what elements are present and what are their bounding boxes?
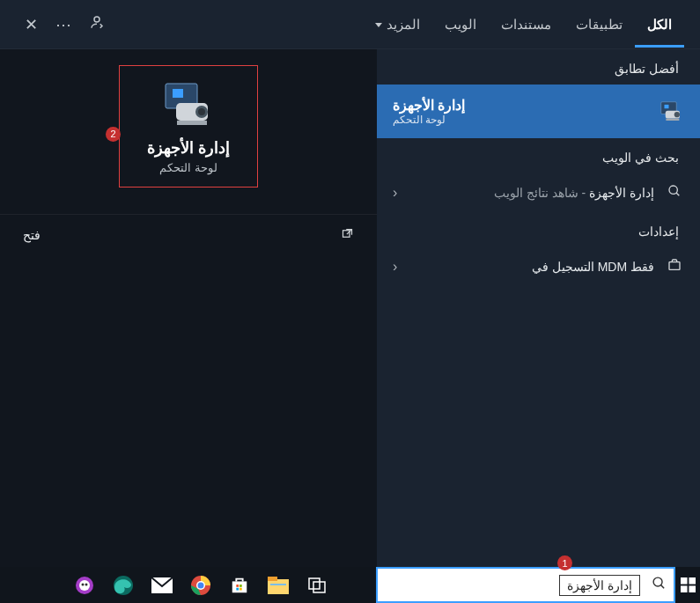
device-manager-large-icon [162, 82, 215, 126]
svg-point-6 [669, 186, 677, 194]
best-match-title: إدارة الأجهزة [393, 97, 465, 114]
open-link-icon [341, 227, 354, 243]
best-match-label: أفضل تطابق [377, 49, 700, 85]
svg-rect-36 [689, 577, 696, 585]
close-icon[interactable]: ✕ [16, 10, 47, 40]
svg-rect-14 [177, 121, 207, 125]
web-search-result[interactable]: إدارة الأجهزة - شاهد نتائج الويب ‹ [377, 173, 700, 212]
settings-result[interactable]: فقط MDM التسجيل في ‹ [377, 247, 700, 286]
taskbar-search[interactable]: إدارة الأجهزة [376, 567, 675, 603]
svg-rect-28 [236, 587, 239, 590]
svg-rect-5 [666, 118, 679, 121]
edge-icon[interactable] [104, 567, 143, 603]
svg-rect-37 [681, 585, 688, 592]
chevron-left-icon: ‹ [393, 259, 397, 275]
svg-rect-27 [239, 585, 242, 587]
briefcase-icon [665, 258, 684, 276]
settings-result-text: فقط MDM التسجيل في [408, 260, 654, 274]
store-icon[interactable] [220, 567, 259, 603]
more-icon[interactable]: ⋯ [47, 10, 80, 40]
svg-point-0 [94, 17, 99, 22]
search-tabs: الكل تطبيقات مستندات الويب المزيد ⋯ ✕ [0, 0, 700, 49]
tab-docs[interactable]: مستندات [489, 3, 564, 47]
svg-point-19 [85, 583, 88, 585]
chrome-icon[interactable] [181, 567, 220, 603]
results-sidebar: أفضل تطابق إدارة الأجهزة لوحة التحكم بحث… [377, 49, 700, 567]
svg-point-18 [82, 583, 85, 585]
svg-rect-10 [173, 89, 183, 98]
chevron-left-icon: ‹ [393, 185, 397, 201]
tab-web[interactable]: الويب [432, 3, 489, 47]
mail-icon[interactable] [143, 567, 181, 603]
web-search-label: بحث في الويب [377, 138, 700, 173]
web-result-text: إدارة الأجهزة - شاهد نتائج الويب [408, 186, 654, 200]
svg-rect-26 [236, 585, 239, 587]
explorer-icon[interactable] [259, 567, 298, 603]
svg-line-7 [676, 193, 679, 195]
cortana-icon[interactable] [65, 567, 104, 603]
preview-pane: إدارة الأجهزة لوحة التحكم 2 فتح [0, 49, 377, 567]
open-label: فتح [23, 228, 332, 242]
svg-rect-25 [232, 581, 247, 592]
svg-rect-38 [689, 585, 696, 592]
task-view-icon[interactable] [298, 567, 336, 603]
tab-all[interactable]: الكل [635, 3, 684, 47]
svg-rect-30 [268, 579, 289, 594]
annotation-badge-1: 1 [557, 555, 572, 570]
best-match-subtitle: لوحة التحكم [393, 114, 446, 126]
search-icon [644, 576, 674, 595]
svg-rect-2 [665, 104, 669, 107]
feedback-icon[interactable] [80, 9, 114, 40]
start-button[interactable] [675, 567, 700, 603]
settings-label: إعدادات [377, 212, 700, 247]
search-input[interactable]: إدارة الأجهزة [559, 575, 640, 596]
svg-point-39 [653, 577, 662, 586]
svg-rect-32 [270, 584, 286, 585]
svg-point-24 [198, 582, 204, 588]
tab-apps[interactable]: تطبيقات [564, 3, 635, 47]
svg-rect-33 [309, 578, 320, 589]
preview-title: إدارة الأجهزة [129, 138, 248, 158]
device-manager-icon [658, 99, 684, 125]
search-icon [665, 184, 684, 202]
svg-rect-35 [681, 577, 688, 585]
svg-point-4 [674, 112, 680, 117]
svg-point-17 [79, 580, 90, 591]
annotation-badge-2: 2 [106, 127, 121, 142]
open-action[interactable]: فتح [0, 214, 377, 255]
svg-rect-8 [669, 262, 680, 270]
svg-rect-31 [268, 577, 277, 581]
svg-rect-15 [343, 231, 350, 238]
svg-line-40 [660, 585, 664, 588]
best-match-item[interactable]: إدارة الأجهزة لوحة التحكم [377, 85, 700, 138]
svg-rect-29 [239, 587, 242, 590]
svg-point-13 [198, 108, 205, 115]
chevron-down-icon [375, 23, 382, 27]
tab-more[interactable]: المزيد [363, 3, 432, 47]
preview-card[interactable]: إدارة الأجهزة لوحة التحكم 2 [119, 65, 258, 188]
preview-subtitle: لوحة التحكم [129, 161, 248, 174]
